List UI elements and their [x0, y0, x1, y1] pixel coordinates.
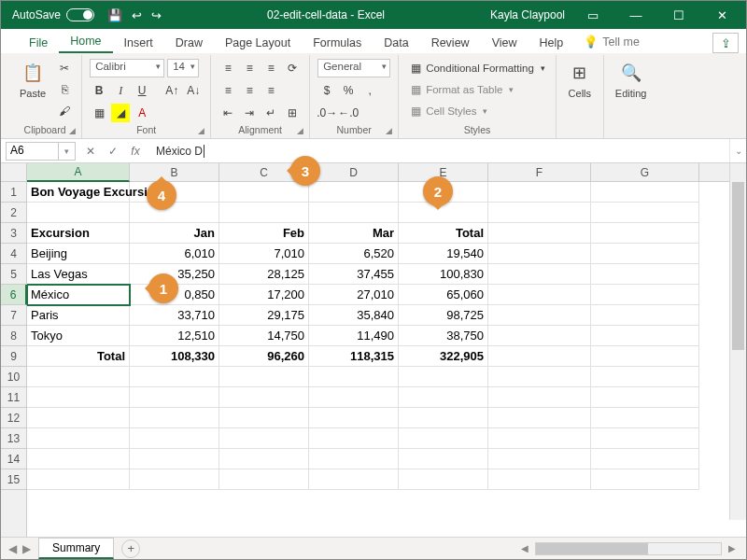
cell-B2[interactable]: [130, 203, 219, 223]
font-size-select[interactable]: 14: [167, 59, 199, 77]
cell-G11[interactable]: [591, 387, 699, 408]
comma-icon[interactable]: ,: [360, 81, 379, 100]
cell-E7[interactable]: 98,725: [399, 305, 488, 326]
fill-color-icon[interactable]: ◢: [111, 104, 130, 122]
enter-edit-icon[interactable]: ✓: [106, 145, 120, 158]
row-header-4[interactable]: 4: [1, 244, 26, 264]
cell-E3[interactable]: Total: [399, 223, 488, 244]
cell-F3[interactable]: [488, 223, 591, 244]
tab-page-layout[interactable]: Page Layout: [214, 32, 302, 53]
cell-A5[interactable]: Las Vegas: [27, 264, 130, 285]
row-header-8[interactable]: 8: [1, 326, 26, 346]
row-header-15[interactable]: 15: [1, 469, 26, 490]
cell-D13[interactable]: [309, 428, 399, 449]
cell-C15[interactable]: [219, 469, 309, 490]
cell-G9[interactable]: [591, 346, 699, 367]
ribbon-options-icon[interactable]: ▭: [572, 1, 613, 29]
font-color-icon[interactable]: A: [133, 104, 151, 122]
cell-E13[interactable]: [399, 428, 488, 449]
new-sheet-button[interactable]: +: [121, 539, 140, 558]
cell-B4[interactable]: 6,010: [130, 244, 219, 264]
cell-C1[interactable]: [219, 182, 309, 203]
merge-icon[interactable]: ⊞: [283, 104, 302, 122]
cell-grid[interactable]: Bon Voyage ExcursionsExcursionJanFebMarT…: [27, 182, 729, 520]
tab-view[interactable]: View: [481, 32, 529, 53]
cell-F5[interactable]: [488, 264, 591, 285]
cell-D1[interactable]: [309, 182, 399, 203]
minimize-icon[interactable]: —: [615, 1, 656, 29]
name-box[interactable]: A6: [6, 142, 59, 161]
cell-G10[interactable]: [591, 367, 699, 387]
cell-E8[interactable]: 38,750: [399, 326, 488, 346]
cell-D9[interactable]: 118,315: [309, 346, 399, 367]
cell-D5[interactable]: 37,455: [309, 264, 399, 285]
cell-B11[interactable]: [130, 387, 219, 408]
row-header-9[interactable]: 9: [1, 346, 26, 367]
cell-G13[interactable]: [591, 428, 699, 449]
row-header-3[interactable]: 3: [1, 223, 26, 244]
cell-G14[interactable]: [591, 449, 699, 469]
cell-G8[interactable]: [591, 326, 699, 346]
save-icon[interactable]: 💾: [107, 8, 122, 22]
cell-F1[interactable]: [488, 182, 591, 203]
cell-G6[interactable]: [591, 285, 699, 305]
cell-B3[interactable]: Jan: [130, 223, 219, 244]
tab-draw[interactable]: Draw: [164, 32, 214, 53]
increase-indent-icon[interactable]: ⇥: [240, 104, 259, 122]
cell-G5[interactable]: [591, 264, 699, 285]
cell-C2[interactable]: [219, 203, 309, 223]
clipboard-dialog-icon[interactable]: ◢: [69, 126, 76, 135]
user-name[interactable]: Kayla Claypool: [490, 8, 565, 21]
cell-B7[interactable]: 33,710: [130, 305, 219, 326]
cell-F15[interactable]: [488, 469, 591, 490]
cell-A7[interactable]: Paris: [27, 305, 130, 326]
cell-C6[interactable]: 17,200: [219, 285, 309, 305]
cell-C4[interactable]: 7,010: [219, 244, 309, 264]
format-as-table-button[interactable]: ▦Format as Table▾: [406, 80, 516, 99]
cell-A14[interactable]: [27, 449, 130, 469]
cell-G3[interactable]: [591, 223, 699, 244]
cell-C7[interactable]: 29,175: [219, 305, 309, 326]
cell-A1[interactable]: Bon Voyage Excursions: [27, 182, 130, 203]
cell-C12[interactable]: [219, 408, 309, 428]
wrap-text-icon[interactable]: ↵: [261, 104, 280, 122]
cell-A9[interactable]: Total: [27, 346, 130, 367]
underline-button[interactable]: U: [133, 81, 151, 100]
row-header-5[interactable]: 5: [1, 264, 26, 285]
cell-D12[interactable]: [309, 408, 399, 428]
alignment-dialog-icon[interactable]: ◢: [297, 126, 303, 135]
cell-A10[interactable]: [27, 367, 130, 387]
autosave-toggle[interactable]: AutoSave: [12, 8, 94, 21]
cell-E4[interactable]: 19,540: [399, 244, 488, 264]
tab-help[interactable]: Help: [529, 32, 575, 53]
vertical-scrollbar[interactable]: [729, 163, 746, 520]
cell-D7[interactable]: 35,840: [309, 305, 399, 326]
tab-insert[interactable]: Insert: [113, 32, 164, 53]
cell-F6[interactable]: [488, 285, 591, 305]
cell-D4[interactable]: 6,520: [309, 244, 399, 264]
row-header-7[interactable]: 7: [1, 305, 26, 326]
cell-A6[interactable]: México: [27, 285, 130, 305]
tab-formulas[interactable]: Formulas: [302, 32, 373, 53]
redo-icon[interactable]: ↪: [151, 8, 162, 22]
cell-D6[interactable]: 27,010: [309, 285, 399, 305]
cell-C3[interactable]: Feb: [219, 223, 309, 244]
cut-icon[interactable]: ✂: [55, 59, 74, 77]
border-icon[interactable]: ▦: [90, 104, 108, 122]
cell-A12[interactable]: [27, 408, 130, 428]
increase-decimal-icon[interactable]: .0→: [317, 104, 336, 122]
cell-E5[interactable]: 100,830: [399, 264, 488, 285]
cell-A8[interactable]: Tokyo: [27, 326, 130, 346]
cell-B8[interactable]: 12,510: [130, 326, 219, 346]
cell-F10[interactable]: [488, 367, 591, 387]
format-painter-icon[interactable]: 🖌: [55, 102, 74, 120]
select-all-button[interactable]: [1, 163, 27, 182]
tab-data[interactable]: Data: [373, 32, 419, 53]
paste-button[interactable]: 📋 Paste: [16, 59, 49, 101]
cell-B9[interactable]: 108,330: [130, 346, 219, 367]
cell-styles-button[interactable]: ▦Cell Styles▾: [406, 102, 490, 120]
column-header-D[interactable]: D: [309, 163, 399, 181]
editing-button[interactable]: 🔍 Editing: [612, 59, 651, 101]
cell-A4[interactable]: Beijing: [27, 244, 130, 264]
row-header-10[interactable]: 10: [1, 367, 26, 387]
